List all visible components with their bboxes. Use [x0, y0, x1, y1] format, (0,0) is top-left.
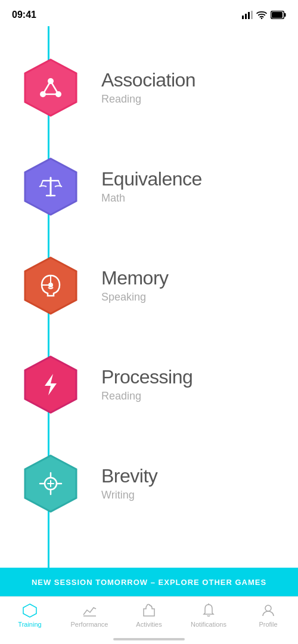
game-subtitle-brevity: Writing: [101, 489, 280, 501]
game-subtitle-equivalence: Math: [101, 192, 280, 205]
tab-icon-performance: [82, 603, 97, 618]
game-text-memory: Memory Speaking: [101, 268, 280, 304]
tab-notifications[interactable]: Notifications: [179, 603, 238, 628]
hexagon-brevity: [21, 454, 80, 513]
game-text-association: Association Reading: [101, 70, 280, 106]
svg-point-22: [48, 283, 53, 287]
svg-rect-6: [284, 13, 286, 17]
svg-line-13: [51, 81, 58, 94]
game-list: Association Reading: [0, 26, 298, 545]
tab-label-performance: Performance: [71, 621, 108, 628]
tab-training[interactable]: Training: [0, 603, 60, 628]
game-item-processing[interactable]: Processing Reading: [0, 335, 298, 434]
game-item-brevity[interactable]: Brevity Writing: [0, 434, 298, 533]
hexagon-wrapper-processing: [18, 352, 83, 417]
hexagon-wrapper-equivalence: [18, 154, 83, 219]
svg-rect-0: [242, 16, 244, 19]
game-item-equivalence[interactable]: Equivalence Math: [0, 137, 298, 236]
tab-profile[interactable]: Profile: [238, 603, 298, 628]
wifi-icon: [256, 11, 267, 19]
tab-icon-notifications: [201, 603, 216, 618]
status-icons: [242, 11, 286, 19]
tab-label-profile: Profile: [259, 621, 277, 628]
tab-label-activities: Activities: [136, 621, 162, 628]
flash-icon: [40, 371, 61, 398]
game-text-brevity: Brevity Writing: [101, 466, 280, 501]
crosshair-icon: [38, 470, 64, 497]
hexagon-memory: [21, 256, 80, 315]
main-content: Association Reading: [0, 26, 298, 568]
tab-label-notifications: Notifications: [191, 621, 226, 628]
battery-icon: [271, 11, 286, 19]
game-subtitle-processing: Reading: [101, 390, 280, 402]
svg-point-4: [261, 17, 263, 19]
game-title-association: Association: [101, 70, 280, 91]
game-item-association[interactable]: Association Reading: [0, 38, 298, 137]
game-title-brevity: Brevity: [101, 466, 280, 487]
hexagon-association: [21, 58, 80, 117]
svg-point-37: [265, 605, 271, 611]
home-indicator: [113, 638, 185, 640]
hexagon-wrapper-brevity: [18, 451, 83, 516]
svg-rect-2: [248, 12, 250, 19]
game-text-processing: Processing Reading: [101, 367, 280, 402]
game-title-processing: Processing: [101, 367, 280, 388]
svg-rect-7: [272, 12, 283, 18]
tab-activities[interactable]: Activities: [119, 603, 179, 628]
nodes-icon: [38, 76, 63, 99]
banner-text: NEW SESSION TOMORROW – EXPLORE OTHER GAM…: [32, 578, 266, 587]
signal-icon: [242, 11, 253, 19]
tab-label-training: Training: [18, 621, 41, 628]
scale-icon: [38, 175, 63, 199]
svg-rect-1: [245, 14, 247, 19]
head-icon: [39, 273, 63, 298]
tab-icon-profile: [260, 603, 276, 618]
game-text-equivalence: Equivalence Math: [101, 169, 280, 205]
svg-marker-34: [23, 604, 36, 617]
game-title-memory: Memory: [101, 268, 280, 289]
hexagon-processing: [21, 355, 80, 414]
svg-rect-3: [251, 11, 253, 19]
svg-line-12: [43, 81, 51, 94]
banner[interactable]: NEW SESSION TOMORROW – EXPLORE OTHER GAM…: [0, 568, 298, 596]
status-bar: 09:41: [0, 0, 298, 26]
game-title-equivalence: Equivalence: [101, 169, 280, 190]
status-time: 09:41: [12, 10, 36, 20]
tab-icon-training: [22, 603, 38, 618]
hexagon-wrapper-association: [18, 55, 83, 120]
tab-bar: Training Performance Activities: [0, 596, 298, 644]
game-subtitle-memory: Speaking: [101, 291, 280, 304]
tab-performance[interactable]: Performance: [60, 603, 119, 628]
game-item-memory[interactable]: Memory Speaking: [0, 236, 298, 335]
hexagon-wrapper-memory: [18, 253, 83, 318]
tab-icon-activities: [141, 603, 157, 618]
hexagon-equivalence: [21, 157, 80, 216]
game-subtitle-association: Reading: [101, 93, 280, 106]
